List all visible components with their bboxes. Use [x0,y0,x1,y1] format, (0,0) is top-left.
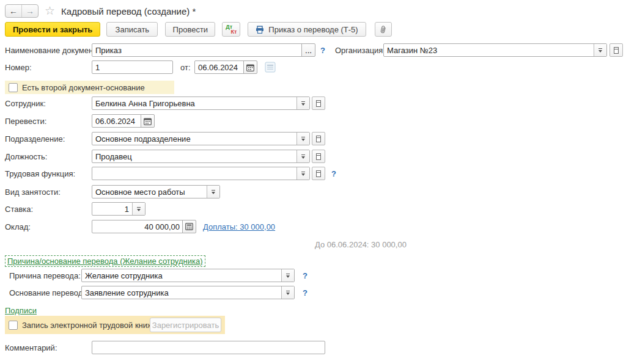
salary-calculator-button[interactable] [182,220,196,233]
write-button[interactable]: Записать [106,22,158,37]
reason-value: Желание сотрудника [82,269,281,282]
print-order-button[interactable]: Приказ о переводе (Т-5) [248,22,366,37]
open-icon [316,100,321,107]
kt-label: Кт [230,29,237,35]
organization-combo[interactable]: Магазин №23 [383,43,607,57]
chevron-down-icon [285,274,290,278]
reason-dropdown-button[interactable] [281,269,294,282]
date-from-label: от: [180,63,191,72]
date-calendar-button[interactable] [243,60,257,74]
doc-name-more-button[interactable]: ... [301,43,315,57]
attachments-button[interactable] [375,22,392,37]
reason-help-link[interactable]: ? [303,271,307,280]
salary-input[interactable] [92,220,183,233]
supplements-link[interactable]: Доплаты: 30 000,00 [203,222,275,231]
back-button[interactable]: ← [6,5,21,17]
position-combo[interactable]: Продавец [92,150,310,163]
paperclip-icon [380,25,387,34]
post-button[interactable]: Провести [165,22,215,37]
reason-label: Причина перевода: [9,271,81,280]
employment-type-combo[interactable]: Основное место работы [92,185,220,198]
chevron-down-icon [301,155,306,159]
position-dropdown-button[interactable] [296,150,309,162]
open-icon [316,153,321,160]
organization-value: Магазин №23 [384,44,594,56]
doc-name-help-link[interactable]: ? [320,46,325,55]
open-icon [316,136,321,142]
organization-dropdown-button[interactable] [594,44,606,56]
comment-label: Комментарий: [5,343,57,352]
etk-record-row: Запись электронной трудовой книжки: Заре… [5,316,225,334]
chevron-down-icon [301,101,306,106]
etk-record-checkbox[interactable] [9,321,18,330]
nav-history-group: ← → [5,4,39,18]
rate-value: 1 [92,203,132,215]
favorite-star-icon[interactable]: ☆ [45,5,55,17]
rate-label: Ставка: [5,205,33,214]
employment-type-value: Основное место работы [92,186,207,198]
second-doc-label[interactable]: Есть второй документ-основание [22,83,145,92]
open-icon [614,47,619,54]
calendar-icon [246,64,254,71]
date-input[interactable] [194,60,245,74]
related-documents-button[interactable] [265,62,276,73]
doc-name-input[interactable] [92,43,303,57]
transfer-date-calendar-button[interactable] [141,114,155,128]
employee-combo[interactable]: Белкина Анна Григорьевна [92,96,310,110]
labor-function-combo[interactable] [92,167,310,180]
labor-function-help-link[interactable]: ? [331,169,336,178]
register-button[interactable]: Зарегистрировать [150,318,221,332]
employee-value: Белкина Анна Григорьевна [92,97,296,109]
chevron-down-icon [285,291,290,295]
back-icon: ← [9,6,18,16]
transfer-date-input[interactable] [92,114,142,128]
rate-combo[interactable]: 1 [92,202,145,216]
labor-function-dropdown-button[interactable] [296,167,309,180]
post-and-close-button[interactable]: Провести и закрыть [5,22,100,37]
department-open-button[interactable] [312,132,325,145]
basis-combo[interactable]: Заявление сотрудника [81,286,295,299]
chevron-down-icon [598,48,603,53]
position-value: Продавец [92,150,296,162]
organization-open-button[interactable] [609,43,623,57]
labor-function-label: Трудовая функция: [5,169,75,178]
chevron-down-icon [136,207,141,211]
employee-open-button[interactable] [312,96,325,110]
basis-value: Заявление сотрудника [82,286,281,299]
department-dropdown-button[interactable] [296,133,309,145]
second-doc-row: Есть второй документ-основание [5,81,174,94]
rate-dropdown-button[interactable] [132,203,145,215]
chevron-down-icon [211,190,216,194]
labor-function-open-button[interactable] [312,167,325,180]
basis-help-link[interactable]: ? [303,288,307,297]
etk-record-label[interactable]: Запись электронной трудовой книжки: [22,321,163,330]
second-doc-checkbox[interactable] [9,83,18,92]
personnel-transfer-form: { "header": { "title": "Кадровый перевод… [0,0,626,364]
reason-combo[interactable]: Желание сотрудника [81,269,295,282]
page-title: Кадровый перевод (создание) * [61,6,196,16]
number-label: Номер: [5,63,32,72]
reason-group-link[interactable]: Причина/основание перевода (Желание сотр… [5,255,205,267]
number-input[interactable] [92,60,173,74]
employee-label: Сотрудник: [5,99,46,108]
employment-type-label: Вид занятости: [5,187,61,197]
printer-icon [256,26,264,34]
employee-dropdown-button[interactable] [296,97,309,109]
chevron-down-icon [301,172,306,176]
signatures-link[interactable]: Подписи [5,306,37,315]
department-value: Основное подразделение [92,133,296,145]
employment-type-dropdown-button[interactable] [207,186,219,198]
ellipsis-icon: ... [305,46,312,55]
salary-label: Оклад: [5,222,31,231]
forward-button[interactable]: → [21,5,38,17]
dtkt-register-button[interactable]: Дт Кт [222,22,240,37]
position-open-button[interactable] [312,150,325,163]
labor-function-value [92,167,296,180]
forward-icon: → [26,6,34,16]
comment-input[interactable] [92,341,325,354]
open-icon [316,170,321,177]
basis-dropdown-button[interactable] [281,286,294,299]
print-order-label: Приказ о переводе (Т-5) [268,25,358,34]
department-combo[interactable]: Основное подразделение [92,132,310,145]
department-label: Подразделение: [5,134,65,144]
